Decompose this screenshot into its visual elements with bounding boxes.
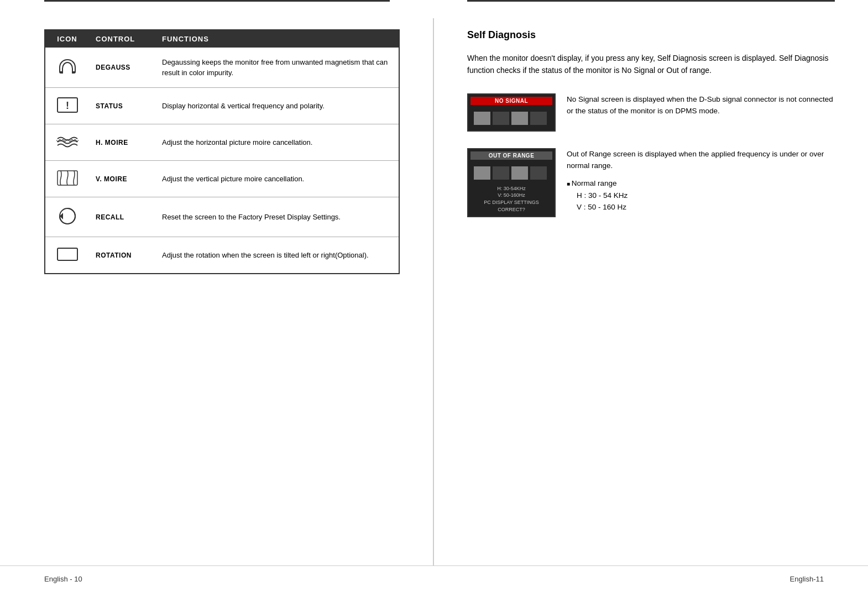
normal-range-list: Normal range — [567, 177, 835, 190]
table-row: V. MOIRE Adjust the vertical picture moi… — [45, 161, 399, 197]
no-signal-squares — [470, 108, 552, 128]
normal-range-item: Normal range — [567, 177, 835, 190]
table-row: ! STATUS Display horizontal & vertical f… — [45, 88, 399, 124]
vmoire-icon — [56, 180, 79, 188]
table-row: RECALL Reset the screen to the Factory P… — [45, 197, 399, 237]
rotation-icon — [56, 256, 79, 264]
hmoire-function-text: Adjust the horizontal picture moire canc… — [155, 124, 399, 161]
degauss-icon — [57, 63, 77, 80]
table-row: DEGAUSS Degaussing keeps the monitor fre… — [45, 48, 399, 88]
left-page: ICON CONTROL FUNCTIONS — [0, 18, 434, 565]
section-intro: When the monitor doesn't display, if you… — [467, 52, 835, 77]
degauss-control-label: DEGAUSS — [89, 48, 155, 88]
col-header-control: CONTROL — [89, 30, 155, 48]
no-signal-block: NO SIGNAL No Signal screen is displayed … — [467, 93, 835, 132]
left-footer-text: English - 10 — [44, 575, 82, 583]
out-of-range-description: Out of Range screen is displayed when th… — [567, 148, 835, 172]
diag-square — [511, 166, 528, 180]
rotation-control-label: ROTATION — [89, 237, 155, 274]
rotation-function-text: Adjust the rotation when the screen is t… — [155, 237, 399, 274]
right-page: Self Diagnosis When the monitor doesn't … — [434, 18, 868, 565]
diag-square — [474, 112, 490, 125]
page-container: ICON CONTROL FUNCTIONS — [0, 2, 868, 565]
hmoire-icon: 〰〰〰 — [56, 143, 79, 151]
recall-icon — [57, 219, 77, 228]
out-of-range-label: OUT OF RANGE — [470, 151, 552, 160]
recall-function-text: Reset the screen to the Factory Preset D… — [155, 197, 399, 237]
status-icon: ! — [56, 107, 79, 115]
diag-square — [511, 112, 528, 125]
section-title: Self Diagnosis — [467, 29, 835, 41]
diag-square — [530, 112, 547, 125]
col-header-icon: ICON — [45, 30, 89, 48]
degauss-function-text: Degaussing keeps the monitor free from u… — [155, 48, 399, 88]
diag-square — [493, 166, 509, 180]
no-signal-description: No Signal screen is displayed when the D… — [567, 93, 835, 117]
table-row: 〰〰〰 H. MOIRE Adjust the horizontal pictu… — [45, 124, 399, 161]
col-header-functions: FUNCTIONS — [155, 30, 399, 48]
right-footer-text: English-11 — [790, 575, 824, 583]
out-of-range-screen-info: H: 30-54KHzV: 50-160HzPC DISPLAY SETTING… — [470, 183, 552, 214]
out-of-range-screen: OUT OF RANGE H: 30-54KHzV: 50-160HzPC DI… — [467, 148, 556, 217]
vmoire-control-label: V. MOIRE — [89, 161, 155, 197]
v-range: V : 50 - 160 Hz — [567, 201, 835, 213]
status-control-label: STATUS — [89, 88, 155, 124]
diag-square — [493, 112, 509, 125]
out-of-range-block: OUT OF RANGE H: 30-54KHzV: 50-160HzPC DI… — [467, 148, 835, 217]
status-function-text: Display horizontal & vertical frequency … — [155, 88, 399, 124]
diag-square — [474, 166, 490, 180]
no-signal-screen: NO SIGNAL — [467, 93, 556, 132]
controls-table: ICON CONTROL FUNCTIONS — [44, 29, 400, 274]
footer: English - 10 English-11 — [0, 565, 868, 592]
out-of-range-text-block: Out of Range screen is displayed when th… — [567, 148, 835, 213]
out-of-range-squares — [470, 163, 552, 183]
recall-control-label: RECALL — [89, 197, 155, 237]
diag-square — [530, 166, 547, 180]
no-signal-label: NO SIGNAL — [470, 97, 552, 105]
hmoire-control-label: H. MOIRE — [89, 124, 155, 161]
svg-text:!: ! — [66, 100, 69, 111]
table-row: ROTATION Adjust the rotation when the sc… — [45, 237, 399, 274]
svg-rect-8 — [57, 248, 77, 260]
h-range: H : 30 - 54 KHz — [567, 190, 835, 202]
vmoire-function-text: Adjust the vertical picture moire cancel… — [155, 161, 399, 197]
